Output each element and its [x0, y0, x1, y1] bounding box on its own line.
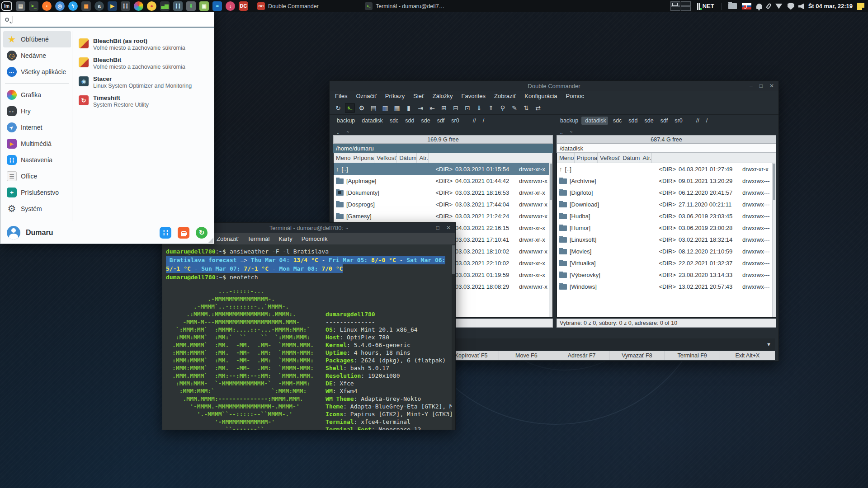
file-row[interactable]: [Dokumenty] <DIR> 03.03.2021 18:16:53 dr… — [334, 187, 552, 198]
drive-button[interactable]: sr0 — [671, 117, 684, 125]
category-item[interactable]: Systém — [3, 201, 71, 217]
close-icon[interactable]: ✕ — [446, 225, 451, 231]
virtualbox-icon[interactable]: ▣ — [199, 1, 209, 11]
volume-icon[interactable] — [798, 3, 804, 9]
file-manager-tray-icon[interactable] — [728, 3, 737, 9]
test-archive-icon[interactable]: ⊡ — [462, 103, 472, 113]
drive-button[interactable]: sr0 — [448, 117, 461, 125]
archive-extract-icon[interactable]: ⇑ — [486, 103, 496, 113]
drive-button[interactable]: sdc — [386, 117, 400, 125]
taskbar-window-button[interactable]: Terminál - dumaru@dell7… — [362, 0, 470, 12]
tweaks-icon[interactable]: ╏╏ — [173, 1, 183, 11]
file-cabinet-icon[interactable]: ▤ — [16, 1, 25, 11]
app-item[interactable]: BleachBit Voľné miesto a zachovanie súkr… — [77, 54, 211, 73]
clipboard-icon[interactable] — [765, 3, 772, 9]
terminal-menu-item[interactable]: Terminál — [247, 235, 269, 242]
usb-disk-icon[interactable]: ⇓ — [186, 1, 196, 11]
run-terminal-icon[interactable]: $_ — [345, 103, 355, 113]
file-row[interactable]: [Gamesy] <DIR> 03.03.2021 21:24:24 drwxr… — [334, 210, 552, 222]
column-header[interactable]: Dátum — [397, 153, 417, 163]
column-header[interactable]: Dátum — [620, 153, 640, 163]
category-item[interactable]: Internet — [3, 119, 71, 136]
mixer-icon[interactable]: ╏╏ — [121, 1, 130, 11]
function-key-button[interactable]: Adresár F7 — [554, 351, 609, 360]
dc-menu-item[interactable]: Príkazy — [385, 93, 405, 99]
file-row[interactable]: [Movies] <DIR> 08.12.2020 21:10:59 drwxr… — [557, 245, 776, 257]
column-header[interactable]: Veľkosť — [598, 153, 620, 163]
audacious-icon[interactable]: a — [94, 1, 104, 11]
dc-titlebar[interactable]: Double Commander – □ ✕ — [330, 81, 778, 91]
drive-button[interactable]: backup — [333, 117, 357, 125]
right-path-bar[interactable]: /datadisk — [557, 144, 776, 153]
palette-icon[interactable]: ● — [147, 1, 156, 11]
music-grid-icon[interactable]: ▦ — [81, 1, 91, 11]
dir-tab[interactable]: .. — [334, 129, 342, 135]
unpack-icon[interactable]: ⊟ — [451, 103, 461, 113]
drive-button[interactable]: datadisk — [581, 117, 608, 125]
maximize-icon[interactable]: □ — [436, 225, 439, 231]
left-path-bar[interactable]: /home/dumaru — [333, 144, 553, 153]
minimize-icon[interactable]: – — [426, 225, 429, 231]
drive-button[interactable]: sdd — [625, 117, 639, 125]
archive-add-icon[interactable]: ⇓ — [474, 103, 484, 113]
file-row[interactable]: [..] <DIR> 04.03.2021 01:27:49 drwxr-xr-… — [557, 163, 776, 175]
category-item[interactable]: Office — [3, 168, 71, 184]
file-row[interactable]: [Archívne] <DIR> 09.01.2021 13:20:29 drw… — [557, 175, 776, 187]
pack-icon[interactable]: ⊞ — [439, 103, 449, 113]
scrollbar[interactable] — [549, 163, 552, 317]
update-shield-icon[interactable] — [788, 3, 794, 10]
notifications-icon[interactable] — [756, 4, 762, 9]
mint-menu-button[interactable]: lm — [1, 1, 12, 11]
dc-menu-item[interactable]: Files — [335, 93, 347, 99]
media-player-icon[interactable]: ▶ — [108, 1, 117, 11]
column-header[interactable]: Prípona — [351, 153, 375, 163]
drive-button[interactable]: sde — [417, 117, 432, 125]
drive-button[interactable]: sde — [641, 117, 655, 125]
minimize-icon[interactable]: – — [750, 83, 753, 89]
view-thumbs-icon[interactable]: ▦ — [392, 103, 402, 113]
dir-tab[interactable]: .. — [557, 129, 566, 135]
category-item[interactable]: Všetky aplikácie — [3, 64, 71, 80]
category-item[interactable]: Príslušenstvo — [3, 184, 71, 201]
column-header[interactable]: Atr. — [640, 153, 652, 163]
terminal-menu-item[interactable]: Karty — [278, 235, 292, 242]
drive-button[interactable]: sdf — [434, 117, 447, 125]
column-header[interactable]: Atr. — [417, 153, 429, 163]
file-row[interactable]: [Virtualka] <DIR> 22.02.2021 01:32:37 dr… — [557, 257, 776, 269]
resize-grip[interactable] — [208, 238, 213, 243]
function-key-button[interactable]: Move F6 — [499, 351, 554, 360]
dir-tab[interactable]: ~ — [567, 129, 576, 135]
drive-button[interactable]: sdd — [401, 117, 416, 125]
drive-button[interactable] — [686, 120, 691, 122]
firefox-icon[interactable]: ◖ — [42, 1, 52, 11]
category-item[interactable]: Obľúbené — [3, 31, 71, 47]
edit-icon[interactable]: ✎ — [509, 103, 519, 113]
swap-panels-icon[interactable]: ⇤ — [427, 103, 437, 113]
search-bar[interactable] — [0, 12, 214, 28]
drive-button[interactable]: // — [469, 117, 478, 125]
dc-menu-item[interactable]: Zobraziť — [494, 93, 516, 99]
taskbar-window-button[interactable]: Double Commander — [255, 0, 362, 12]
dc-menu-item[interactable]: Označiť — [356, 93, 376, 99]
file-row[interactable]: [Výberovky] <DIR> 23.08.2020 13:14:33 dr… — [557, 269, 776, 281]
function-key-button[interactable]: Vymazať F8 — [609, 351, 665, 360]
close-icon[interactable]: ✕ — [769, 83, 774, 89]
settings-button[interactable] — [160, 227, 171, 239]
app-item[interactable]: Timeshift System Restore Utility — [77, 92, 211, 111]
file-row[interactable]: [Download] <DIR> 27.11.2020 00:21:11 drw… — [557, 198, 776, 210]
category-item[interactable]: Hry — [3, 103, 71, 119]
lock-screen-button[interactable] — [178, 227, 189, 239]
column-header[interactable]: Meno — [557, 153, 575, 163]
view-brief-icon[interactable]: ▤ — [368, 103, 378, 113]
column-header[interactable]: Prípona — [575, 153, 598, 163]
drive-button[interactable]: // — [693, 117, 701, 125]
drive-button[interactable]: sdf — [657, 117, 670, 125]
file-row[interactable]: [..] <DIR> 03.03.2021 01:15:54 drwxr-xr-… — [334, 163, 552, 175]
dc-menu-item[interactable]: Konfigurácia — [524, 93, 557, 99]
dc-menu-item[interactable]: Pomoc — [566, 93, 584, 99]
function-key-button[interactable]: Exit Alt+X — [720, 351, 775, 360]
drive-button[interactable]: / — [479, 117, 486, 125]
terminal-scrollbar[interactable] — [452, 244, 455, 430]
function-key-button[interactable]: Terminal F9 — [665, 351, 720, 360]
file-row[interactable]: [Hudba] <DIR> 03.06.2019 23:03:45 drwxrw… — [557, 210, 776, 222]
